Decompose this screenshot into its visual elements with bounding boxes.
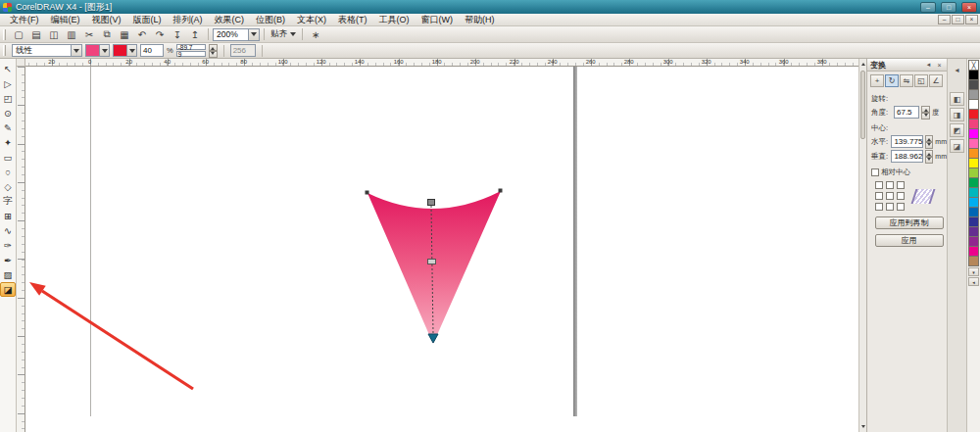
shape-tool-icon[interactable]: ▷ <box>0 76 16 91</box>
anchor-checkbox[interactable] <box>897 192 905 200</box>
skew-tab-icon[interactable]: ∠ <box>929 74 943 87</box>
fill-midpoint-field[interactable]: 40 <box>140 44 164 57</box>
chevron-down-icon[interactable] <box>126 45 136 56</box>
chevron-down-icon[interactable] <box>99 45 109 56</box>
blend-tool-icon[interactable]: ∿ <box>0 223 16 238</box>
table-tool-icon[interactable]: ⊞ <box>0 209 16 223</box>
rotation-tab-icon[interactable]: ↻ <box>885 74 899 87</box>
docker-tab-icon-3[interactable]: ◩ <box>950 123 964 137</box>
vertical-ruler[interactable] <box>17 67 25 432</box>
zoom-tool-icon[interactable]: ⊙ <box>0 106 16 120</box>
spinner[interactable] <box>921 106 930 119</box>
zoom-level-combo[interactable]: 200% <box>213 28 260 41</box>
rotation-angle-field[interactable]: 67.5 <box>894 106 919 119</box>
color-swatch[interactable] <box>968 256 979 266</box>
print-icon[interactable]: ▥ <box>63 27 80 42</box>
anchor-checkbox[interactable] <box>875 203 883 211</box>
gradient-angle-field[interactable]: -89.7 <box>176 44 206 50</box>
anchor-checkbox[interactable] <box>875 181 883 189</box>
undo-icon[interactable]: ↶ <box>133 27 151 42</box>
palette-scroll-down-icon[interactable]: ▾ <box>968 267 979 276</box>
docker-tab-icon-1[interactable]: ◧ <box>950 92 964 106</box>
menu-item[interactable]: 编辑(E) <box>45 14 86 25</box>
anchor-checkbox[interactable] <box>897 203 905 211</box>
menu-item[interactable]: 视图(V) <box>86 14 127 25</box>
palette-flyout-icon[interactable]: ◂ <box>968 277 979 286</box>
anchor-checkbox[interactable] <box>886 192 894 200</box>
options-launcher-icon[interactable]: ∗ <box>307 27 324 42</box>
freehand-tool-icon[interactable]: ✎ <box>0 120 16 135</box>
menu-item[interactable]: 位图(B) <box>250 14 291 25</box>
docker-close-icon[interactable]: × <box>935 62 944 69</box>
menu-item[interactable]: 版面(L) <box>127 14 168 25</box>
ruler-origin-corner[interactable] <box>17 59 25 67</box>
minimize-button[interactable]: – <box>920 2 936 13</box>
interactive-fill-tool-icon[interactable]: ◪ <box>0 282 16 297</box>
menu-item[interactable]: 工具(O) <box>373 14 416 25</box>
apply-to-duplicate-button[interactable]: 应用到再制 <box>875 216 944 229</box>
spinner[interactable] <box>925 150 933 163</box>
toolbar-grip[interactable] <box>3 29 6 40</box>
anchor-checkbox[interactable] <box>897 181 905 189</box>
pick-tool-icon[interactable]: ↖ <box>0 62 16 76</box>
drawing-canvas[interactable] <box>25 67 858 432</box>
save-icon[interactable]: ◫ <box>45 27 63 42</box>
fill-start-color-picker[interactable] <box>85 44 110 57</box>
polygon-tool-icon[interactable]: ◇ <box>0 179 16 194</box>
anchor-checkbox[interactable] <box>886 203 894 211</box>
vertical-scrollbar[interactable] <box>858 59 866 432</box>
menu-item[interactable]: 排列(A) <box>168 14 209 25</box>
text-tool-icon[interactable]: 字 <box>0 194 16 209</box>
apply-button[interactable]: 应用 <box>875 234 944 247</box>
chevron-down-icon[interactable] <box>71 45 81 56</box>
scroll-down-icon[interactable] <box>859 423 866 432</box>
fill-tool-icon[interactable]: ▨ <box>0 267 16 282</box>
docker-tab-icon-4[interactable]: ◪ <box>950 139 964 153</box>
size-tab-icon[interactable]: ◱ <box>914 74 928 87</box>
menu-item[interactable]: 窗口(W) <box>416 14 460 25</box>
docker-strip-handle-icon[interactable]: ◂ <box>950 63 964 76</box>
rectangle-tool-icon[interactable]: ▭ <box>0 150 16 165</box>
scale-mirror-tab-icon[interactable]: ⇋ <box>900 74 913 87</box>
restore-button[interactable]: □ <box>941 2 956 13</box>
center-vertical-field[interactable]: 188.962 <box>891 150 923 163</box>
new-icon[interactable]: ▢ <box>10 27 27 42</box>
outline-tool-icon[interactable]: ✒ <box>0 253 16 267</box>
fill-end-color-picker[interactable] <box>113 44 137 57</box>
anchor-checkbox[interactable] <box>886 181 894 189</box>
document-close-button[interactable]: × <box>965 15 978 24</box>
smart-fill-tool-icon[interactable]: ✦ <box>0 135 16 150</box>
fill-type-combo[interactable]: 线性 <box>12 44 82 57</box>
chevron-down-icon[interactable] <box>248 29 259 40</box>
gradient-steps-field[interactable]: 256 <box>230 44 256 57</box>
document-minimize-button[interactable]: – <box>938 15 951 24</box>
cut-icon[interactable]: ✂ <box>80 27 98 42</box>
position-tab-icon[interactable]: + <box>870 74 884 87</box>
copy-icon[interactable]: ⧉ <box>98 27 116 42</box>
relative-center-checkbox[interactable] <box>871 168 879 176</box>
docker-tab-icon-2[interactable]: ◨ <box>950 108 964 121</box>
menu-item[interactable]: 文件(F) <box>4 14 45 25</box>
redo-icon[interactable]: ↷ <box>151 27 169 42</box>
close-button[interactable]: × <box>961 2 977 13</box>
center-horizontal-field[interactable]: 139.775 <box>891 135 923 148</box>
spinner[interactable] <box>925 135 933 148</box>
eyedropper-tool-icon[interactable]: ✑ <box>0 238 16 253</box>
export-icon[interactable]: ↥ <box>186 27 204 42</box>
snap-dropdown[interactable]: 贴齐 <box>269 28 298 40</box>
anchor-checkbox[interactable] <box>875 192 883 200</box>
menu-item[interactable]: 文本(X) <box>291 14 332 25</box>
docker-collapse-icon[interactable]: ◂ <box>924 61 933 69</box>
horizontal-ruler[interactable]: 2002040608010012014016018020022024026028… <box>25 59 858 67</box>
spinner[interactable] <box>209 44 218 57</box>
toolbar-grip[interactable] <box>3 45 6 56</box>
menu-item[interactable]: 表格(T) <box>332 14 373 25</box>
open-icon[interactable]: ▤ <box>27 27 45 42</box>
gradient-edge-pad-field[interactable]: 9 <box>176 51 206 57</box>
crop-tool-icon[interactable]: ◰ <box>0 91 16 106</box>
menu-item[interactable]: 帮助(H) <box>459 14 501 25</box>
document-restore-button[interactable]: □ <box>952 15 964 24</box>
paste-icon[interactable]: ▦ <box>116 27 133 42</box>
scrollbar-thumb[interactable] <box>860 71 865 139</box>
import-icon[interactable]: ↧ <box>169 27 186 42</box>
